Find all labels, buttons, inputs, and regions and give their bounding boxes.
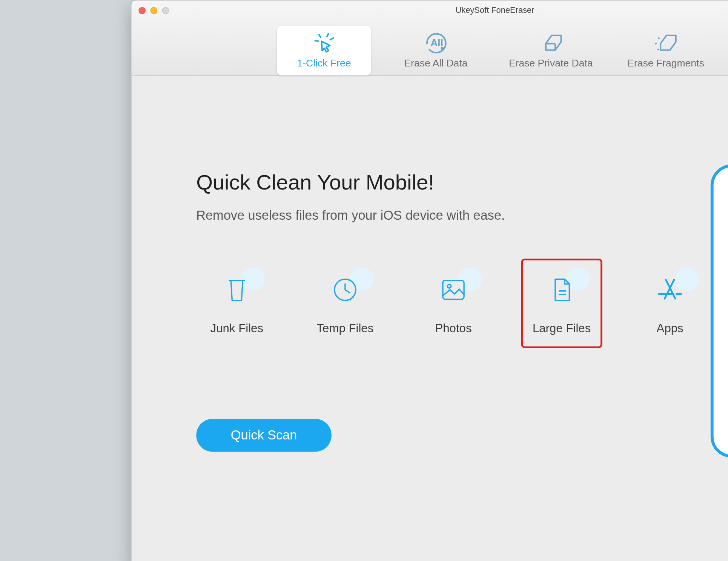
main-tabs: 1-Click Free All Erase All Data: [131, 18, 728, 75]
storage-used: 9.27GB Used: [713, 349, 728, 371]
file-icon: [550, 277, 573, 303]
storage-free: 109.93GB Free: [713, 371, 728, 393]
svg-line-1: [327, 33, 329, 37]
erase-private-icon: [537, 31, 564, 54]
content-area: Quick Clean Your Mobile! Remove useless …: [131, 76, 728, 561]
device-storage-panel: 119.20GB Total 7% 9.27GB Used 109.93GB F…: [710, 111, 728, 530]
svg-line-3: [315, 41, 319, 42]
storage-details: 9.27GB Used 109.93GB Free: [713, 349, 728, 394]
tab-label: Erase Private Data: [508, 58, 593, 69]
app-window: UkeySoft FoneEraser 1-Click Free: [131, 0, 728, 561]
erase-all-icon: All: [422, 31, 449, 54]
category-label: Photos: [435, 321, 472, 335]
tab-label: Erase Fragments: [627, 58, 704, 69]
category-temp-files[interactable]: Temp Files: [304, 259, 386, 348]
svg-line-16: [666, 279, 675, 298]
erase-fragments-icon: [652, 31, 679, 54]
category-apps[interactable]: Apps: [629, 259, 710, 348]
svg-point-8: [657, 37, 659, 39]
tab-label: Erase All Data: [404, 58, 467, 69]
tab-erase-fragments[interactable]: Erase Fragments: [619, 26, 713, 76]
category-label: Temp Files: [316, 321, 373, 335]
click-free-icon: [310, 31, 338, 54]
quick-clean-panel: Quick Clean Your Mobile! Remove useless …: [196, 111, 711, 530]
svg-point-10: [657, 49, 659, 51]
svg-line-0: [318, 34, 321, 37]
svg-point-13: [447, 284, 451, 288]
category-label: Apps: [656, 321, 683, 335]
category-list: Junk Files Temp Files: [196, 259, 711, 348]
tab-erase-private-data[interactable]: Erase Private Data: [501, 26, 601, 76]
tab-label: 1-Click Free: [297, 58, 351, 69]
clock-icon: [332, 277, 358, 303]
svg-text:All: All: [430, 37, 443, 48]
svg-line-2: [330, 38, 334, 40]
page-subtitle: Remove useless files from your iOS devic…: [196, 208, 711, 223]
trash-icon: [225, 277, 248, 303]
svg-point-9: [655, 43, 657, 45]
quick-scan-button[interactable]: Quick Scan: [196, 419, 332, 452]
category-label: Junk Files: [210, 321, 263, 335]
phone-frame: 119.20GB Total 7% 9.27GB Used 109.93GB F…: [710, 164, 728, 458]
category-large-files[interactable]: Large Files: [521, 259, 602, 348]
category-label: Large Files: [532, 321, 590, 335]
tab-1-click-free[interactable]: 1-Click Free: [277, 26, 371, 76]
photo-icon: [440, 278, 466, 301]
category-junk-files[interactable]: Junk Files: [196, 259, 277, 348]
tab-erase-all-data[interactable]: All Erase All Data: [389, 26, 483, 76]
titlebar: UkeySoft FoneEraser 1-Click Free: [131, 1, 728, 76]
app-title: UkeySoft FoneEraser: [131, 5, 728, 15]
category-photos[interactable]: Photos: [413, 259, 494, 348]
appstore-icon: [656, 277, 683, 302]
page-title: Quick Clean Your Mobile!: [196, 170, 711, 195]
svg-line-17: [665, 279, 674, 298]
